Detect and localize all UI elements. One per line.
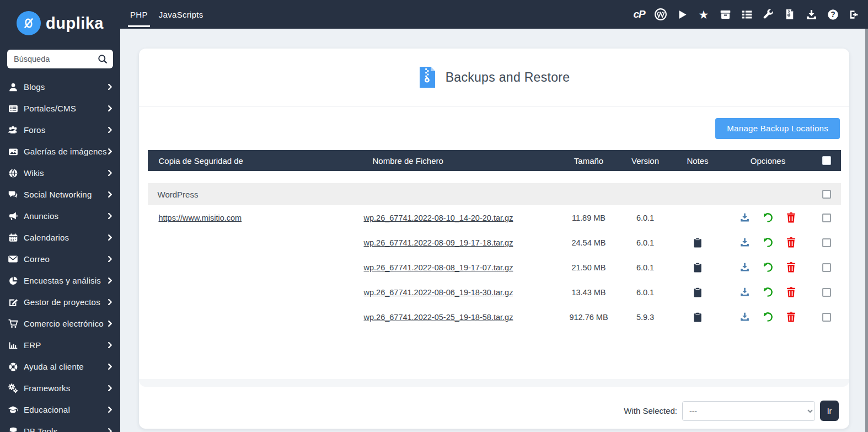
restore-backup-icon[interactable] <box>763 262 774 273</box>
sidebar: duplika Blogs Portales/CMS Foros Galería… <box>0 0 120 432</box>
with-selected-dropdown[interactable]: --- <box>682 401 815 421</box>
sidebar-item-frameworks[interactable]: Frameworks <box>0 377 120 399</box>
header-version: Version <box>619 156 672 166</box>
chevron-right-icon <box>107 278 113 284</box>
chevron-right-icon <box>107 84 113 90</box>
group-checkbox[interactable] <box>822 190 831 199</box>
select-all-checkbox[interactable] <box>822 156 831 165</box>
zip-file-icon <box>419 66 436 88</box>
chevron-right-icon <box>107 364 113 370</box>
site-link[interactable]: https://www.misitio.com <box>159 214 242 222</box>
backup-file-link[interactable]: wp.26_67741.2022-08-06_19-18-30.tar.gz <box>364 288 513 297</box>
svg-text:?: ? <box>831 10 835 19</box>
sidebar-item-encuestas[interactable]: Encuestas y análisis <box>0 270 120 291</box>
main-content: Backups and Restore Manage Backup Locati… <box>120 29 868 432</box>
note-icon[interactable] <box>692 287 703 298</box>
star-icon[interactable]: ★ <box>695 5 712 24</box>
manage-backup-locations-button[interactable]: Manage Backup Locations <box>715 118 840 139</box>
sidebar-item-erp[interactable]: ERP <box>0 334 120 356</box>
download-backup-icon[interactable] <box>740 262 751 273</box>
chevron-right-icon <box>107 407 113 413</box>
help-icon[interactable]: ? <box>824 5 841 24</box>
logout-icon[interactable] <box>846 5 862 24</box>
table-header-row: Copia de Seguridad de Nombre de Fichero … <box>148 150 841 171</box>
chevron-right-icon <box>107 256 113 262</box>
sidebar-item-correo[interactable]: Correo <box>0 248 120 270</box>
life-ring-icon <box>8 361 18 372</box>
backup-file-link[interactable]: wp.26_67741.2022-05-25_19-18-58.tar.gz <box>364 313 513 322</box>
header-backup-of: Copia de Seguridad de <box>148 156 355 166</box>
vertical-scrollbar[interactable] <box>865 29 868 432</box>
sidebar-item-portales-cms[interactable]: Portales/CMS <box>0 98 120 119</box>
search-icon[interactable] <box>97 54 108 65</box>
wordpress-icon[interactable] <box>652 5 669 24</box>
sidebar-item-foros[interactable]: Foros <box>0 119 120 141</box>
sidebar-item-wikis[interactable]: Wikis <box>0 162 120 184</box>
go-button[interactable]: Ir <box>820 401 839 421</box>
sidebar-item-anuncios[interactable]: Anuncios <box>0 205 120 227</box>
zip-icon[interactable] <box>781 5 798 24</box>
sidebar-item-educacional[interactable]: Educacional <box>0 399 120 420</box>
download-backup-icon[interactable] <box>740 287 751 298</box>
chat-icon <box>8 189 18 200</box>
restore-backup-icon[interactable] <box>763 312 774 323</box>
delete-backup-icon[interactable] <box>786 312 797 323</box>
cpanel-icon[interactable]: cP <box>631 5 647 24</box>
sidebar-item-galerias[interactable]: Galerías de imágenes <box>0 141 120 162</box>
topbar-icons: cP ★ ? <box>631 5 862 24</box>
list-icon[interactable] <box>738 5 755 24</box>
sidebar-item-blogs[interactable]: Blogs <box>0 76 120 98</box>
gears-icon <box>8 383 18 393</box>
chevron-right-icon <box>107 105 113 111</box>
sidebar-item-gestor-proyectos[interactable]: Gestor de proyectos <box>0 291 120 313</box>
restore-backup-icon[interactable] <box>763 237 774 248</box>
note-icon[interactable] <box>692 262 703 273</box>
chevron-right-icon <box>107 213 113 219</box>
sidebar-item-ayuda[interactable]: Ayuda al cliente <box>0 356 120 377</box>
wrench-icon[interactable] <box>760 5 776 24</box>
duplika-logo-icon <box>17 11 41 35</box>
header-size: Tamaño <box>559 156 619 166</box>
chevron-right-icon <box>107 148 113 154</box>
tab-javascripts[interactable]: JavaScripts <box>157 2 206 27</box>
table-row: wp.26_67741.2022-08-08_19-17-07.tar.gz 2… <box>148 255 841 280</box>
row-checkbox[interactable] <box>822 288 831 297</box>
download-backup-icon[interactable] <box>740 212 751 223</box>
note-icon[interactable] <box>692 237 703 248</box>
row-checkbox[interactable] <box>822 263 831 272</box>
table-row: wp.26_67741.2022-05-25_19-18-58.tar.gz 9… <box>148 305 841 329</box>
topbar-tabs: PHP JavaScripts <box>128 2 206 27</box>
sidebar-item-calendarios[interactable]: Calendarios <box>0 227 120 248</box>
sidebar-item-db-tools[interactable]: DB Tools <box>0 420 120 432</box>
image-icon <box>8 146 18 157</box>
restore-backup-icon[interactable] <box>763 287 774 298</box>
backup-version: 5.9.3 <box>619 313 672 322</box>
download-backup-icon[interactable] <box>740 237 751 248</box>
note-icon[interactable] <box>692 312 703 323</box>
delete-backup-icon[interactable] <box>786 237 797 248</box>
tab-php[interactable]: PHP <box>128 2 150 27</box>
download-backup-icon[interactable] <box>740 312 751 323</box>
backup-file-link[interactable]: wp.26_67741.2022-08-10_14-20-20.tar.gz <box>364 214 513 222</box>
row-checkbox[interactable] <box>822 214 831 222</box>
backup-size: 912.76 MB <box>559 313 619 322</box>
logo[interactable]: duplika <box>0 0 120 45</box>
delete-backup-icon[interactable] <box>786 262 797 273</box>
row-checkbox[interactable] <box>822 313 831 322</box>
table-row: wp.26_67741.2022-08-06_19-18-30.tar.gz 1… <box>148 280 841 305</box>
sidebar-search <box>7 50 113 68</box>
row-checkbox[interactable] <box>822 238 831 247</box>
backup-file-link[interactable]: wp.26_67741.2022-08-09_19-17-18.tar.gz <box>364 238 513 247</box>
delete-backup-icon[interactable] <box>786 287 797 298</box>
download-icon[interactable] <box>803 5 819 24</box>
sidebar-item-social-networking[interactable]: Social Networking <box>0 184 120 205</box>
database-icon <box>8 426 18 432</box>
archive-icon[interactable] <box>717 5 733 24</box>
page-title: Backups and Restore <box>446 70 570 85</box>
delete-backup-icon[interactable] <box>786 212 797 223</box>
play-icon[interactable] <box>674 5 690 24</box>
backup-file-link[interactable]: wp.26_67741.2022-08-08_19-17-07.tar.gz <box>364 263 513 272</box>
chevron-right-icon <box>107 321 113 327</box>
sidebar-item-comercio[interactable]: Comercio electrónico <box>0 313 120 334</box>
restore-backup-icon[interactable] <box>763 212 774 223</box>
